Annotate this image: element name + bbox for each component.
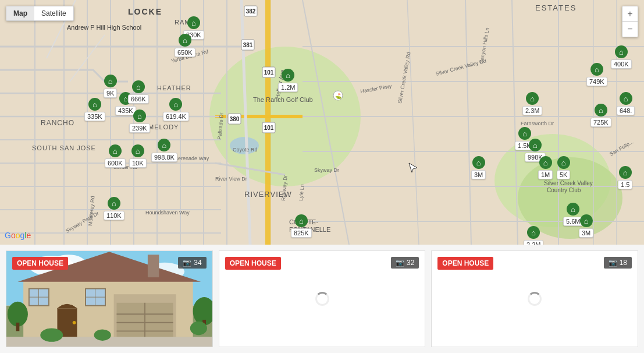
svg-text:San Felip...: San Felip... — [609, 139, 634, 157]
photo-count-badge-3: 📷 18 — [604, 257, 632, 269]
svg-text:LOCKE: LOCKE — [128, 7, 162, 16]
svg-text:101: 101 — [264, 125, 274, 131]
school-label: Andrew P Hill High School — [67, 23, 141, 31]
marker-3m-1[interactable]: 3M — [471, 156, 486, 179]
svg-rect-6 — [262, 122, 275, 133]
svg-rect-8 — [241, 40, 254, 50]
svg-text:Rahway Dr: Rahway Dr — [280, 175, 289, 201]
svg-text:RIVERVIEW: RIVERVIEW — [244, 190, 292, 199]
svg-text:Hassler Pkwy: Hassler Pkwy — [360, 83, 393, 94]
marker-110k[interactable]: 110K — [104, 197, 124, 220]
svg-point-78 — [40, 329, 63, 342]
svg-text:Silver Creek Valley: Silver Creek Valley — [544, 180, 593, 186]
zoom-out-button[interactable]: − — [622, 22, 638, 37]
open-house-badge-1: OPEN HOUSE — [12, 257, 68, 270]
marker-1-5[interactable]: 1.5 — [618, 166, 632, 189]
svg-text:Coyote Rd: Coyote Rd — [233, 147, 258, 153]
svg-rect-5 — [262, 67, 275, 77]
svg-rect-74 — [16, 323, 20, 331]
loading-spinner-2 — [315, 292, 329, 306]
svg-rect-9 — [244, 6, 257, 16]
svg-point-77 — [190, 322, 207, 335]
satellite-button[interactable]: Satellite — [34, 6, 73, 20]
school-name: Andrew P Hill High School — [67, 24, 141, 31]
svg-text:River View Dr: River View Dr — [215, 176, 247, 182]
svg-text:382: 382 — [246, 8, 256, 15]
photo-count-1: 34 — [194, 259, 201, 267]
marker-619k[interactable]: 619.4K — [163, 98, 189, 121]
svg-text:Farnsworth Dr: Farnsworth Dr — [521, 121, 554, 126]
svg-point-2 — [494, 134, 611, 227]
photo-count-3: 18 — [620, 259, 627, 267]
listings-container: OPEN HOUSE 📷 34 — [0, 245, 644, 353]
zoom-in-button[interactable]: + — [622, 6, 638, 22]
svg-text:Serenade Way: Serenade Way — [175, 156, 209, 161]
svg-rect-7 — [228, 114, 241, 124]
map-cursor — [407, 162, 419, 176]
camera-icon-2: 📷 — [396, 259, 404, 267]
svg-point-47 — [333, 91, 343, 100]
svg-text:Country Club: Country Club — [547, 187, 581, 193]
marker-2-2m[interactable]: 2.2M — [524, 226, 543, 245]
marker-2-3m[interactable]: 2.3M — [522, 92, 542, 115]
svg-text:The Ranch Golf Club: The Ranch Golf Club — [253, 96, 313, 103]
loading-spinner-3 — [528, 292, 542, 306]
listing-card-2[interactable]: OPEN HOUSE 📷 32 — [219, 250, 426, 347]
marker-239k[interactable]: 239K — [129, 110, 150, 133]
svg-text:Lyle Ln: Lyle Ln — [298, 184, 305, 201]
svg-point-66 — [73, 321, 76, 324]
svg-rect-0 — [0, 0, 644, 245]
marker-9k[interactable]: 9K — [104, 75, 117, 98]
open-house-badge-3: OPEN HOUSE — [437, 257, 493, 270]
map-type-toggle[interactable]: Map Satellite — [6, 6, 74, 21]
photo-count-badge-2: 📷 32 — [391, 257, 419, 269]
zoom-controls[interactable]: + − — [622, 6, 638, 37]
marker-666k[interactable]: 666K — [128, 80, 149, 104]
svg-text:ESTATES: ESTATES — [535, 3, 577, 12]
svg-text:⛳: ⛳ — [335, 93, 342, 100]
marker-1m[interactable]: 1M — [538, 156, 553, 179]
google-logo: Google — [5, 231, 31, 240]
map-button[interactable]: Map — [6, 6, 34, 20]
marker-825k[interactable]: 825K — [291, 214, 312, 238]
camera-icon-1: 📷 — [183, 259, 191, 267]
svg-text:381: 381 — [243, 42, 253, 48]
svg-point-79 — [94, 329, 111, 340]
svg-text:Monterey Rd: Monterey Rd — [87, 196, 95, 226]
marker-3m-2[interactable]: 3M — [579, 214, 593, 238]
marker-650k[interactable]: 650K — [175, 34, 195, 57]
marker-10k[interactable]: 10K — [129, 144, 147, 168]
svg-rect-58 — [148, 255, 159, 277]
svg-text:Houndshaven Way: Houndshaven Way — [145, 210, 190, 216]
marker-998k-2[interactable]: 998.8K — [151, 139, 177, 162]
svg-text:HEATHER: HEATHER — [157, 84, 191, 91]
marker-725k[interactable]: 725K — [590, 104, 611, 127]
listing-card-1[interactable]: OPEN HOUSE 📷 34 — [6, 250, 213, 347]
svg-text:Canyon Hills Ln: Canyon Hills Ln — [478, 27, 490, 65]
photo-count-badge-1: 📷 34 — [178, 257, 206, 269]
marker-5k[interactable]: 5K — [557, 156, 570, 179]
map-container[interactable]: 101 101 380 381 382 LOCKE RAMPO RANCHO S… — [0, 0, 644, 245]
svg-text:Palisade Dr: Palisade Dr — [216, 112, 225, 140]
marker-335k[interactable]: 335K — [84, 98, 105, 121]
svg-text:Silver Creek Valley Rd: Silver Creek Valley Rd — [435, 58, 487, 77]
camera-icon-3: 📷 — [609, 259, 617, 267]
svg-text:Silver Creek Valley Rd: Silver Creek Valley Rd — [397, 52, 411, 104]
marker-400k[interactable]: 400K — [611, 45, 632, 69]
svg-text:Skyway Dr: Skyway Dr — [314, 167, 339, 173]
svg-text:RANCHO: RANCHO — [41, 119, 74, 127]
svg-point-1 — [209, 47, 361, 186]
svg-text:MELODY: MELODY — [148, 123, 179, 130]
svg-text:101: 101 — [264, 69, 274, 76]
svg-text:SOUTH SAN JOSE: SOUTH SAN JOSE — [32, 144, 96, 151]
marker-1-2m[interactable]: 1.2M — [278, 69, 298, 92]
photo-count-2: 32 — [407, 259, 414, 267]
marker-600k[interactable]: 600K — [105, 144, 126, 168]
listing-card-3[interactable]: OPEN HOUSE 📷 18 — [431, 250, 638, 347]
open-house-badge-2: OPEN HOUSE — [225, 257, 281, 270]
marker-648[interactable]: 648. — [617, 92, 635, 115]
svg-text:380: 380 — [230, 116, 240, 122]
svg-text:Skyway Park Dr: Skyway Park Dr — [65, 210, 99, 234]
marker-749k[interactable]: 749K — [586, 63, 607, 86]
svg-point-4 — [230, 137, 259, 154]
